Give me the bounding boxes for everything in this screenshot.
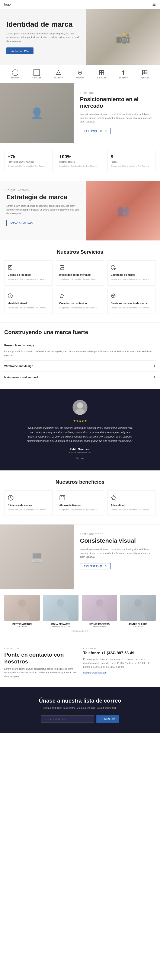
service-icon-2 bbox=[111, 265, 152, 271]
icon-item-1[interactable]: CONTACT bbox=[32, 70, 41, 79]
service-card-5: Servicios de cambio de marca Sample text… bbox=[107, 289, 156, 314]
service-icon-3 bbox=[8, 293, 49, 300]
contact-call-label: LLAMANOS bbox=[83, 648, 156, 650]
contact-section: CONTACTOS Ponte en contacto con nosotros… bbox=[0, 639, 160, 687]
icon-item-2[interactable]: CONTACT bbox=[54, 70, 63, 79]
about-title: Posicionamiento en el mercado bbox=[80, 96, 154, 109]
icon-label-3: CONTACT bbox=[76, 77, 84, 79]
svg-rect-9 bbox=[143, 72, 145, 74]
stat-number-1: 100% bbox=[59, 154, 101, 160]
contact-phone: Teléfono: +1 (324) 987-56-49 bbox=[83, 651, 156, 655]
benefits-grid: Eficiencia de costes Sample text. Click … bbox=[4, 490, 156, 516]
accordion-title-2: Maintenance and support bbox=[4, 375, 38, 379]
testimonial-avatar bbox=[73, 400, 87, 415]
icon-label-6: CONTACT bbox=[140, 77, 149, 79]
svg-rect-8 bbox=[145, 70, 147, 72]
newsletter-submit-button[interactable]: CONTINUAR bbox=[97, 715, 119, 723]
icon-item-5[interactable]: CONTACT bbox=[119, 70, 128, 79]
strategy-title: Estrategia de marca bbox=[6, 193, 80, 201]
navbar: logo ☰ bbox=[0, 0, 160, 9]
svg-rect-18 bbox=[60, 495, 65, 500]
stat-card-1: 100% Clientes felices Sample text. Click… bbox=[56, 150, 104, 172]
icon-item-3[interactable]: CONTACT bbox=[76, 70, 84, 79]
newsletter-description: Sample text. Click to select the Text El… bbox=[37, 706, 123, 710]
accordion-title: Construyendo una marca fuerte bbox=[4, 329, 156, 336]
svg-rect-5 bbox=[102, 73, 104, 75]
icon-item-6[interactable]: CONTACT bbox=[140, 70, 149, 79]
services-section: Nuestros Servicios Diseño de logotipo Sa… bbox=[0, 240, 160, 322]
strategy-cta-button[interactable]: EXPLORAR EN TELLO bbox=[6, 220, 37, 226]
icon-shape-3 bbox=[77, 70, 83, 76]
svg-rect-3 bbox=[102, 70, 104, 72]
contact-email[interactable]: ejemplo@ejemplo.com bbox=[83, 671, 107, 674]
service-icon-0 bbox=[8, 265, 49, 271]
contact-label: CONTACTOS bbox=[4, 648, 77, 650]
team-name-3: JENNIE CLARKE bbox=[120, 623, 156, 625]
benefit-desc-1: Sample text. Click to select the Text El… bbox=[59, 509, 101, 511]
accordion-icon-0[interactable]: − bbox=[154, 343, 156, 348]
newsletter-title: Únase a nuestra lista de correo bbox=[6, 697, 154, 704]
testimonial-section: ★★★★★ "Neque porro quisquam est, qui dol… bbox=[0, 389, 160, 471]
team-name-1: BOLA DE NATTE bbox=[43, 623, 78, 625]
hero-cta-button[interactable]: EXPLORAR MAS bbox=[6, 48, 33, 54]
about-description: Lorem ipsum dolor sit amet, consectetur … bbox=[80, 113, 154, 124]
stat-number-2: 9 bbox=[111, 154, 152, 160]
svg-rect-12 bbox=[8, 266, 12, 269]
icon-item-0[interactable]: CONTACT bbox=[11, 70, 20, 79]
svg-rect-10 bbox=[145, 72, 147, 74]
benefit-card-2: Alta calidad Sample text. Click to selec… bbox=[107, 490, 156, 516]
accordion-item-2[interactable]: Maintenance and support + bbox=[4, 372, 156, 383]
newsletter-section: Únase a nuestra lista de correo Sample t… bbox=[0, 687, 160, 733]
services-title: Nuestros Servicios bbox=[4, 249, 156, 255]
testimonial-name: Pablo Swanson bbox=[6, 447, 154, 451]
testimonial-title: Arquitecto de interiores bbox=[6, 452, 154, 454]
service-icon-5 bbox=[111, 293, 152, 300]
accordion-desc-0: Lorem ipsum dolor sit amet, consectetur … bbox=[4, 348, 156, 357]
benefit-icon-0 bbox=[8, 495, 49, 502]
testimonial-quote: "Neque porro quisquam est, qui dolorem i… bbox=[27, 426, 133, 443]
icon-label-0: CONTACT bbox=[11, 77, 20, 79]
icon-item-4[interactable]: CONTACT bbox=[97, 70, 106, 79]
strategy-section: LO QUE HACEMOS Estrategia de marca Lorem… bbox=[0, 181, 160, 240]
benefit-desc-0: Sample text. Click to select the Text El… bbox=[8, 509, 49, 511]
visual-image: 💻 bbox=[0, 525, 74, 589]
visual-label: SOBRE NOSOTROS bbox=[80, 533, 154, 535]
team-role-3: Secretario bbox=[120, 625, 156, 628]
accordion-icon-2[interactable]: + bbox=[154, 375, 156, 379]
visual-section: 💻 SOBRE NOSOTROS Consistencia visual Lor… bbox=[0, 524, 160, 589]
accordion-icon-1[interactable]: + bbox=[154, 364, 156, 368]
accordion-item-0[interactable]: Research and strategy − Lorem ipsum dolo… bbox=[4, 340, 156, 361]
service-card-0: Diseño de logotipo Sample text. Click to… bbox=[4, 260, 53, 286]
about-cta-button[interactable]: EXPLORAR EN TELLO bbox=[80, 128, 111, 134]
team-card-0: BESTIE NORTON Secretario bbox=[4, 595, 40, 628]
service-title-1: Investigación de mercado bbox=[59, 274, 101, 276]
service-desc-3: Sample text. Click to select the Text El… bbox=[8, 307, 49, 310]
contact-right: LLAMANOS Teléfono: +1 (324) 987-56-49 El… bbox=[83, 648, 156, 678]
team-note: Imagen de freepik bbox=[4, 630, 156, 632]
service-desc-2: Sample text. Click to select the Text El… bbox=[111, 278, 152, 281]
stat-label-1: Clientes felices bbox=[59, 161, 101, 163]
stat-desc-1: Sample text. Click to select the Text El… bbox=[59, 165, 101, 168]
contact-call-desc: El haro registra. Ingrese correctamente … bbox=[83, 657, 156, 669]
visual-title: Consistencia visual bbox=[80, 537, 154, 544]
testimonial-link[interactable]: Ver más bbox=[76, 457, 84, 459]
stat-desc-0: Sample text. Click to select the Text El… bbox=[8, 165, 49, 168]
accordion-item-1[interactable]: Wireframe and design + bbox=[4, 361, 156, 372]
icon-shape-6 bbox=[142, 70, 148, 76]
menu-icon[interactable]: ☰ bbox=[152, 2, 156, 7]
service-desc-4: Sample text. Click to select the Text El… bbox=[59, 307, 101, 310]
strategy-content: LO QUE HACEMOS Estrategia de marca Lorem… bbox=[0, 181, 86, 240]
accordion-title-0: Research and strategy bbox=[4, 344, 34, 347]
service-title-3: Identidad visual bbox=[8, 302, 49, 305]
newsletter-email-input[interactable] bbox=[41, 715, 94, 723]
service-card-3: Identidad visual Sample text. Click to s… bbox=[4, 289, 53, 314]
services-grid: Diseño de logotipo Sample text. Click to… bbox=[4, 260, 156, 314]
visual-cta-button[interactable]: EXPLORAR EN TELLO bbox=[80, 563, 111, 570]
team-card-3: JENNIE CLARKE Secretario bbox=[120, 595, 156, 628]
team-card-1: BOLA DE NATTE Gerencia de oficina bbox=[43, 595, 78, 628]
stat-card-0: +7k Proyectos a nivel mundial Sample tex… bbox=[4, 150, 53, 172]
service-icon-1 bbox=[59, 265, 101, 271]
icon-shape-4 bbox=[98, 70, 105, 76]
icon-shape-5 bbox=[120, 70, 127, 76]
benefit-icon-1 bbox=[59, 495, 101, 502]
